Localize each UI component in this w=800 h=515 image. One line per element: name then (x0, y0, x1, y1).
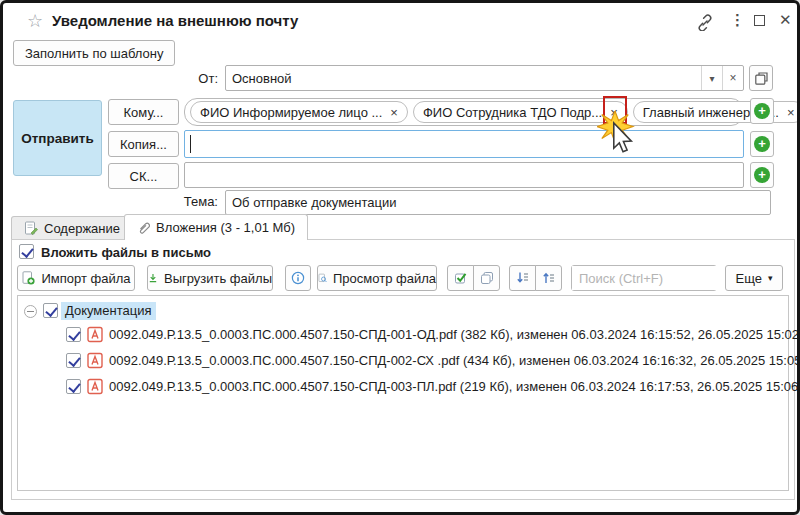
plus-icon: + (754, 136, 770, 152)
text-caret (190, 135, 191, 153)
to-recipients-field[interactable]: ФИО Информируемое лицо ... × ФИО Сотрудн… (184, 98, 744, 126)
to-button[interactable]: Кому... (108, 99, 179, 125)
empty-boxes-icon (480, 271, 494, 285)
subject-label: Тема: (143, 194, 218, 209)
sort-ascending-button[interactable] (509, 265, 536, 291)
chevron-down-icon: ▾ (768, 273, 773, 283)
file-info-button[interactable] (285, 265, 311, 291)
bcc-field (184, 162, 744, 188)
add-recipient-button[interactable]: + (750, 98, 774, 124)
sort-descending-button[interactable] (535, 265, 562, 291)
from-clear-icon[interactable]: × (722, 66, 743, 90)
cc-input[interactable] (185, 131, 743, 157)
fill-template-button[interactable]: Заполнить по шаблону (13, 40, 175, 66)
favorite-star-icon[interactable]: ☆ (27, 10, 43, 32)
bcc-input[interactable] (185, 163, 743, 187)
pdf-file-icon (87, 352, 103, 369)
mail-notification-window: ☆ Уведомление на внешнюю почту ⋮ ✕ Запол… (0, 0, 800, 515)
import-file-label: Импорт файла (41, 271, 130, 286)
tab-content[interactable]: Содержание (11, 216, 133, 239)
document-edit-icon (24, 221, 38, 235)
tree-root-label[interactable]: Документация (61, 302, 156, 320)
open-in-window-button[interactable] (749, 65, 773, 91)
cc-field (184, 130, 744, 158)
recipient-chip[interactable]: Главный инженер пр... × (633, 101, 800, 123)
export-files-button[interactable]: Выгрузить файлы (147, 265, 273, 291)
info-icon (291, 271, 305, 285)
file-label: 0092.049.Р.13.5_0.0003.ПС.000.4507.150-С… (109, 353, 800, 368)
link-icon[interactable] (696, 13, 714, 31)
file-label: 0092.049.Р.13.5_0.0003.ПС.000.4507.150-С… (109, 379, 800, 394)
file-checkbox[interactable] (66, 327, 81, 342)
file-row[interactable]: 0092.049.Р.13.5_0.0003.ПС.000.4507.150-С… (3, 325, 773, 347)
checked-box-icon (454, 271, 468, 285)
from-label: От: (143, 71, 218, 86)
more-label: Еще (736, 271, 762, 286)
file-row[interactable]: 0092.049.Р.13.5_0.0003.ПС.000.4507.150-С… (3, 377, 773, 399)
plus-icon: + (754, 167, 770, 183)
chip-remove-icon[interactable]: × (610, 105, 618, 120)
from-input[interactable] (226, 66, 701, 90)
file-import-icon (21, 271, 35, 285)
bcc-button[interactable]: СК... (108, 163, 179, 189)
subject-input[interactable] (226, 191, 770, 214)
recipient-chip-label: ФИО Сотрудника ТДО Подр... (423, 105, 602, 120)
cc-button[interactable]: Копия... (108, 131, 179, 157)
subject-field (225, 190, 771, 215)
send-button[interactable]: Отправить (13, 100, 102, 176)
tab-content-label: Содержание (44, 221, 120, 236)
pdf-file-icon (87, 326, 103, 343)
preview-file-button[interactable]: Просмотр файла (317, 265, 437, 291)
recipient-chip[interactable]: ФИО Информируемое лицо ... × (190, 101, 408, 123)
add-cc-button[interactable]: + (750, 131, 774, 157)
open-window-icon (755, 72, 768, 85)
add-bcc-button[interactable]: + (750, 162, 774, 188)
tree-root-checkbox[interactable] (43, 303, 58, 318)
attach-files-label: Вложить файлы в письмо (41, 245, 211, 260)
file-label: 0092.049.Р.13.5_0.0003.ПС.000.4507.150-С… (109, 327, 800, 342)
maximize-button[interactable] (754, 15, 765, 26)
import-file-button[interactable]: Импорт файла (17, 265, 135, 291)
plus-icon: + (754, 103, 770, 119)
file-checkbox[interactable] (66, 353, 81, 368)
more-button[interactable]: Еще ▾ (725, 265, 783, 291)
download-icon (148, 271, 158, 285)
tree-collapse-icon[interactable] (24, 305, 37, 318)
check-all-button[interactable] (447, 265, 474, 291)
tab-attachments-label: Вложения (3 - 1,01 Мб) (156, 220, 295, 235)
uncheck-all-button[interactable] (473, 265, 500, 291)
paperclip-icon (137, 221, 150, 235)
close-button[interactable]: ✕ (779, 11, 792, 29)
sort-down-icon (516, 271, 530, 285)
chip-remove-icon[interactable]: × (787, 105, 795, 120)
export-files-label: Выгрузить файлы (164, 271, 272, 286)
preview-file-label: Просмотр файла (333, 271, 436, 286)
file-checkbox[interactable] (66, 379, 81, 394)
attach-files-checkbox[interactable] (19, 244, 34, 259)
recipient-chip-label: ФИО Информируемое лицо ... (200, 105, 382, 120)
page-title: Уведомление на внешнюю почту (52, 12, 298, 29)
pdf-file-icon (87, 378, 103, 395)
search-box: × (571, 265, 717, 291)
chip-remove-icon[interactable]: × (390, 105, 398, 120)
file-preview-icon (318, 271, 327, 285)
recipient-chip[interactable]: ФИО Сотрудника ТДО Подр... × (413, 101, 628, 123)
from-dropdown-icon[interactable]: ▾ (701, 66, 722, 90)
from-field: ▾ × (225, 65, 744, 91)
file-row[interactable]: 0092.049.Р.13.5_0.0003.ПС.000.4507.150-С… (3, 351, 773, 373)
tab-attachments[interactable]: Вложения (3 - 1,01 Мб) (124, 214, 308, 240)
menu-kebab-icon[interactable]: ⋮ (730, 11, 745, 29)
sort-up-icon (542, 271, 556, 285)
